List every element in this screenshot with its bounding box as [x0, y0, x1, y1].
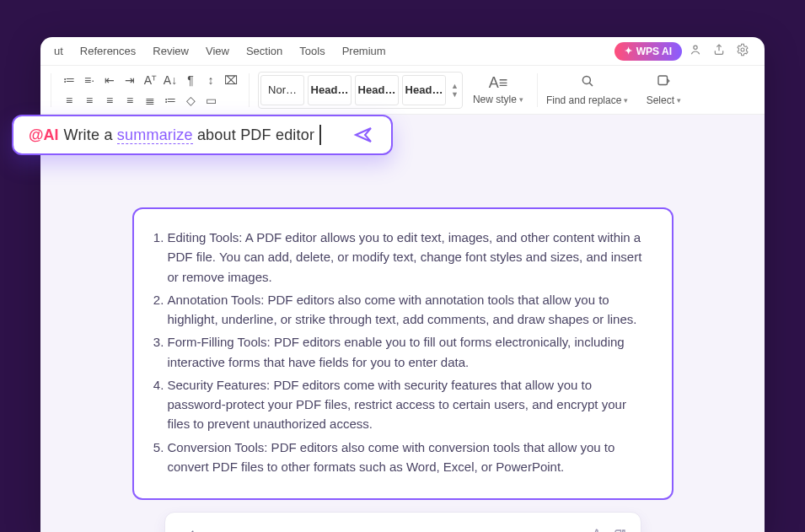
- result-item: Form-Filling Tools: PDF editors enable y…: [168, 332, 648, 372]
- number-list-icon[interactable]: ≡·: [80, 71, 99, 89]
- clear-format-icon[interactable]: ⌧: [222, 71, 240, 89]
- menubar: ut References Review View Section Tools …: [40, 37, 765, 66]
- new-style-label: New style: [473, 94, 517, 105]
- align-justify-icon[interactable]: ≡: [121, 91, 139, 110]
- text-style-icon[interactable]: Aᵀ: [141, 71, 159, 89]
- search-icon: [580, 73, 595, 93]
- menu-item-tools[interactable]: Tools: [291, 45, 333, 57]
- result-list: Editing Tools: A PDF editor allows you t…: [149, 228, 648, 476]
- bullet-list-icon[interactable]: ≔: [60, 71, 78, 89]
- result-item: Conversion Tools: PDF editors also come …: [168, 438, 648, 477]
- select-button[interactable]: Select▾: [633, 70, 694, 110]
- ai-action-panel: ✓ Replace ▾ ✕ Discard Rewrite Continued: [164, 512, 641, 532]
- border-icon[interactable]: ▭: [201, 91, 220, 110]
- caret-down-icon: ▾: [519, 95, 523, 104]
- style-gallery: Nor… Head… Head… Head… ▲ ▼: [258, 72, 463, 109]
- svg-point-0: [694, 46, 697, 49]
- menu-item-view[interactable]: View: [197, 45, 238, 57]
- sort-icon[interactable]: A↓: [161, 71, 180, 89]
- at-ai-tag: @AI: [29, 126, 59, 144]
- wps-ai-label: WPS AI: [636, 46, 672, 57]
- find-replace-button[interactable]: Find and replace▾: [546, 70, 628, 110]
- toolbar: ≔ ≡· ⇤ ⇥ Aᵀ A↓ ¶ ↕ ⌧ ≡ ≡ ≡ ≡ ≣ ≔ ◇ ▭ Nor…: [40, 66, 765, 115]
- line-height-icon[interactable]: ≔: [161, 91, 180, 110]
- line-spacing-icon[interactable]: ↕: [201, 71, 220, 89]
- format-button-grid: ≔ ≡· ⇤ ⇥ Aᵀ A↓ ¶ ↕ ⌧ ≡ ≡ ≡ ≡ ≣ ≔ ◇ ▭: [60, 71, 240, 110]
- distribute-icon[interactable]: ≣: [141, 91, 159, 110]
- blank-icon: [222, 91, 240, 110]
- caret-down-icon: ▾: [677, 96, 681, 105]
- result-item: Annotation Tools: PDF editors also come …: [168, 290, 648, 330]
- ai-prompt-highlight: summarize: [117, 126, 193, 144]
- style-heading2[interactable]: Head…: [355, 75, 399, 105]
- outdent-icon[interactable]: ⇤: [100, 71, 119, 89]
- text-cursor: [319, 125, 321, 145]
- send-button[interactable]: [346, 121, 381, 149]
- menu-item-review[interactable]: Review: [144, 45, 197, 57]
- highlight-icon[interactable]: ◇: [181, 91, 200, 110]
- thumbs-down-icon[interactable]: [612, 528, 627, 532]
- indent-icon[interactable]: ⇥: [121, 71, 139, 89]
- align-right-icon[interactable]: ≡: [100, 91, 119, 110]
- new-style-icon: A≡: [489, 74, 508, 92]
- style-heading3[interactable]: Head…: [402, 75, 446, 105]
- style-up-arrow-icon[interactable]: ▲: [451, 82, 459, 90]
- ai-prompt-text: Write a summarize about PDF editor: [64, 126, 315, 144]
- menu-item-references[interactable]: References: [72, 45, 144, 57]
- menu-item-premium[interactable]: Premium: [334, 45, 394, 57]
- svg-point-2: [582, 76, 590, 83]
- document-area: Editing Tools: A PDF editor allows you t…: [40, 115, 765, 532]
- ai-result-box: Editing Tools: A PDF editor allows you t…: [132, 207, 674, 500]
- style-normal[interactable]: Nor…: [260, 75, 304, 105]
- style-down-arrow-icon[interactable]: ▼: [451, 90, 459, 99]
- menu-item-section[interactable]: Section: [238, 45, 291, 57]
- svg-point-1: [741, 48, 744, 51]
- align-left-icon[interactable]: ≡: [60, 91, 78, 110]
- back-button[interactable]: [179, 524, 204, 532]
- gear-icon[interactable]: [733, 43, 753, 60]
- select-label: Select: [647, 94, 674, 106]
- share-icon[interactable]: [709, 43, 729, 60]
- caret-down-icon: ▾: [624, 96, 628, 105]
- user-icon[interactable]: [685, 43, 706, 60]
- find-replace-label: Find and replace: [546, 94, 621, 106]
- style-heading1[interactable]: Head…: [308, 75, 352, 105]
- align-center-icon[interactable]: ≡: [80, 91, 99, 110]
- select-icon: [656, 73, 671, 93]
- app-window: ut References Review View Section Tools …: [40, 37, 765, 532]
- sparkle-icon: ✦: [625, 46, 632, 56]
- result-item: Editing Tools: A PDF editor allows you t…: [168, 228, 648, 287]
- new-style-button[interactable]: A≡ New style▾: [468, 70, 529, 110]
- menu-item-layout[interactable]: ut: [46, 45, 72, 57]
- thumbs-up-icon[interactable]: [588, 528, 604, 532]
- paragraph-icon[interactable]: ¶: [181, 71, 200, 89]
- wps-ai-button[interactable]: ✦ WPS AI: [614, 42, 682, 61]
- style-scroll-arrows[interactable]: ▲ ▼: [449, 82, 460, 99]
- svg-rect-3: [658, 76, 668, 85]
- ai-prompt-input[interactable]: @AI Write a summarize about PDF editor: [12, 115, 393, 155]
- result-item: Security Features: PDF editors come with…: [168, 375, 648, 434]
- feedback-thumbs: [588, 528, 627, 532]
